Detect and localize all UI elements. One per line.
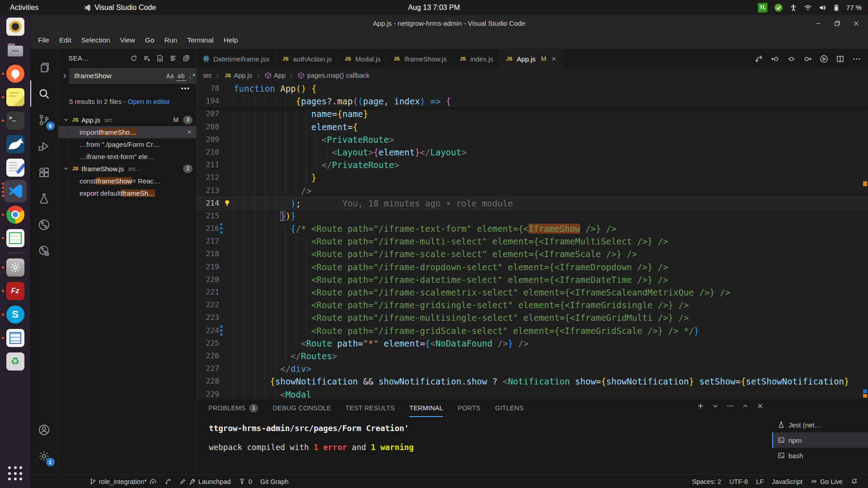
split-editor-icon[interactable] <box>836 55 844 63</box>
code-line-213[interactable]: 213/> <box>197 184 868 197</box>
activities-button[interactable]: Activities <box>0 4 48 12</box>
refresh-icon[interactable] <box>130 55 137 62</box>
tab-close-icon[interactable] <box>551 56 557 62</box>
close-window-button[interactable] <box>853 20 860 27</box>
open-in-editor-link[interactable]: Open in editor <box>127 98 170 105</box>
status-item[interactable] <box>160 478 175 485</box>
dock-item-chrome[interactable] <box>0 203 30 226</box>
menu-terminal[interactable]: Terminal <box>182 34 219 47</box>
new-terminal-icon[interactable] <box>697 402 704 410</box>
activitybar-explorer[interactable] <box>30 54 58 80</box>
breadcrumb[interactable]: srcJSApp.jsApppages.map() callback <box>197 69 868 82</box>
dock-item-sticky-notes[interactable] <box>0 85 30 109</box>
status-item-git-graph[interactable]: Git Graph <box>256 478 292 485</box>
restore-button[interactable] <box>834 20 841 27</box>
code-line-194[interactable]: 194{pages?.map((page, index) => { <box>197 95 868 108</box>
status-item[interactable] <box>847 478 862 485</box>
search-details-toggle[interactable]: ••• <box>58 84 196 93</box>
window-titlebar[interactable]: App.js - nettgrow-hrms-admin - Visual St… <box>30 15 868 32</box>
open-changes-icon[interactable] <box>755 55 763 63</box>
tab-index-js[interactable]: JSindex.js <box>453 49 500 69</box>
panel-tab-terminal[interactable]: TERMINAL <box>409 399 443 417</box>
status-item-go-live[interactable]: Go Live <box>807 478 847 485</box>
toggle-replace-icon[interactable] <box>61 72 68 80</box>
dock-item-rhythmbox[interactable] <box>0 15 30 38</box>
code-line-220[interactable]: 220<Route path="/iframe-datetime-select"… <box>197 273 868 286</box>
search-match-row[interactable]: …iframe-text-form" ele… <box>58 150 196 163</box>
breadcrumb-item[interactable]: App <box>264 72 286 79</box>
show-applications-button[interactable] <box>6 465 24 483</box>
terminal-tab-Jestnet[interactable]: Jest (net… <box>772 417 868 432</box>
status-item-launchpad[interactable]: Launchpad <box>175 478 235 485</box>
status-item-0[interactable]: 0 <box>235 478 256 485</box>
breadcrumb-item[interactable]: src <box>203 72 212 79</box>
panel-tab-ports[interactable]: PORTS <box>458 399 481 417</box>
code-line-78[interactable]: 78function App() { <box>197 82 868 95</box>
code-line-224[interactable]: 224<Route path="/iframe-gridScale-select… <box>197 324 868 337</box>
activitybar-settings[interactable]: 1 <box>30 443 58 469</box>
status-item-utf-8[interactable]: UTF-8 <box>725 478 752 485</box>
more-actions-icon[interactable] <box>852 55 861 63</box>
dock-item-trash[interactable]: ♻ <box>0 350 30 373</box>
terminal-tab-bash[interactable]: bash <box>772 448 868 463</box>
code-line-222[interactable]: 222<Route path="/iframe-gridsingle-selec… <box>197 299 868 311</box>
activitybar-search[interactable] <box>30 80 58 107</box>
activitybar-extensions[interactable] <box>30 159 58 185</box>
status-item-javascript[interactable]: JavaScript <box>768 478 807 485</box>
tab-datetimeiframe-jsx[interactable]: Datetimeiframe.jsx <box>197 49 276 69</box>
code-line-216[interactable]: 216{/* <Route path="/iframe-text-form" e… <box>197 222 868 235</box>
terminal-output[interactable]: ttgrow-hrms-admin/src/pages/Form Creatio… <box>209 424 765 462</box>
regex-toggle[interactable]: .* <box>187 71 198 80</box>
search-match-row[interactable]: …from "./pages/Form Cr… <box>58 138 196 150</box>
activitybar-testing[interactable] <box>30 185 58 211</box>
dock-item-settings[interactable] <box>0 256 30 279</box>
expand-all-icon[interactable] <box>170 55 177 62</box>
breadcrumb-item[interactable]: JSApp.js <box>224 72 252 79</box>
tab-modal-js[interactable]: JSModal.js <box>338 49 387 69</box>
code-line-208[interactable]: 208element={ <box>197 121 868 133</box>
next-change-icon[interactable] <box>803 55 812 63</box>
panel-tab-test-results[interactable]: TEST RESULTS <box>345 399 395 417</box>
menu-help[interactable]: Help <box>219 34 243 47</box>
terminal-picker-icon[interactable] <box>712 402 719 410</box>
dismiss-match-icon[interactable] <box>186 129 193 135</box>
search-match-row[interactable]: const IframeShow = Reac… <box>58 175 196 187</box>
code-line-212[interactable]: 212} <box>197 171 868 184</box>
terminal-tab-npm[interactable]: npm <box>772 432 868 448</box>
activitybar-run-and-debug[interactable] <box>30 133 58 159</box>
code-line-226[interactable]: 226</Routes> <box>197 350 868 362</box>
search-input[interactable] <box>74 72 165 80</box>
code-line-209[interactable]: 209<PrivateRoute> <box>197 133 868 146</box>
run-file-icon[interactable] <box>820 55 828 63</box>
close-panel-icon[interactable] <box>756 402 764 410</box>
dock-item-mysql-workbench[interactable] <box>0 132 30 156</box>
code-line-218[interactable]: 218<Route path="/iframe-scale-select" el… <box>197 248 868 260</box>
previous-change-icon[interactable] <box>771 55 779 63</box>
collapse-all-icon[interactable] <box>183 55 190 62</box>
code-line-217[interactable]: 217<Route path="/iframe-multi-select" el… <box>197 235 868 248</box>
lightbulb-icon[interactable] <box>223 199 231 207</box>
activitybar-gitlens[interactable] <box>30 211 58 238</box>
code-area[interactable]: 207name={name}208element={209<PrivateRou… <box>197 108 868 399</box>
dock-item-skype[interactable]: S <box>0 303 30 326</box>
code-line-223[interactable]: 223<Route path="/iframe-multisingle-sele… <box>197 311 868 324</box>
menu-selection[interactable]: Selection <box>76 34 115 47</box>
panel-tab-gitlens[interactable]: GITLENS <box>495 399 524 417</box>
code-line-225[interactable]: 225<Route path="*" element={<NoDataFound… <box>197 337 868 350</box>
tab-authaction-js[interactable]: JSauthAction.js <box>276 49 338 69</box>
status-item-spaces-2[interactable]: Spaces: 2 <box>688 478 726 485</box>
whole-word-toggle[interactable]: ab <box>175 71 186 81</box>
search-match-row[interactable]: export default IframeSh… <box>58 187 196 199</box>
panel-tab-debug-console[interactable]: DEBUG CONSOLE <box>273 399 331 417</box>
dock-item-postman[interactable] <box>0 62 30 85</box>
panel-tab-problems[interactable]: PROBLEMS1 <box>208 399 258 417</box>
code-line-214[interactable]: 214); You, 18 minutes ago • role module <box>197 197 868 210</box>
code-line-228[interactable]: 228{showNotification && showNotification… <box>197 375 868 388</box>
minimize-button[interactable] <box>815 20 822 27</box>
overview-ruler[interactable] <box>862 82 868 399</box>
tab-iframeshow-js[interactable]: JSIframeShow.js <box>387 49 453 69</box>
menu-go[interactable]: Go <box>140 34 160 47</box>
search-file-row[interactable]: JSApp.jssrcM3 <box>58 114 196 126</box>
status-item-lf[interactable]: LF <box>752 478 768 485</box>
code-line-221[interactable]: 221<Route path="/iframe-scalemetrix-sele… <box>197 286 868 299</box>
